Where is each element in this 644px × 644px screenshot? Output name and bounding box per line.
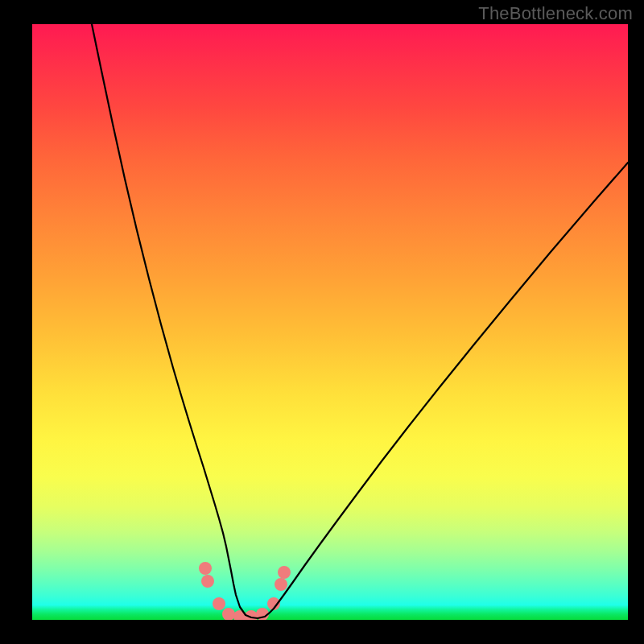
data-marker <box>199 562 212 575</box>
data-marker <box>278 566 291 579</box>
data-markers <box>199 562 291 620</box>
curve-layer <box>32 24 628 620</box>
plot-area <box>32 24 628 620</box>
chart-frame: TheBottleneck.com <box>0 0 644 644</box>
data-marker <box>213 597 225 610</box>
data-marker <box>233 610 246 620</box>
bottleneck-curve <box>92 24 628 618</box>
data-marker <box>201 575 214 588</box>
data-marker <box>222 608 235 620</box>
watermark-text: TheBottleneck.com <box>478 3 633 24</box>
data-marker <box>275 578 287 591</box>
